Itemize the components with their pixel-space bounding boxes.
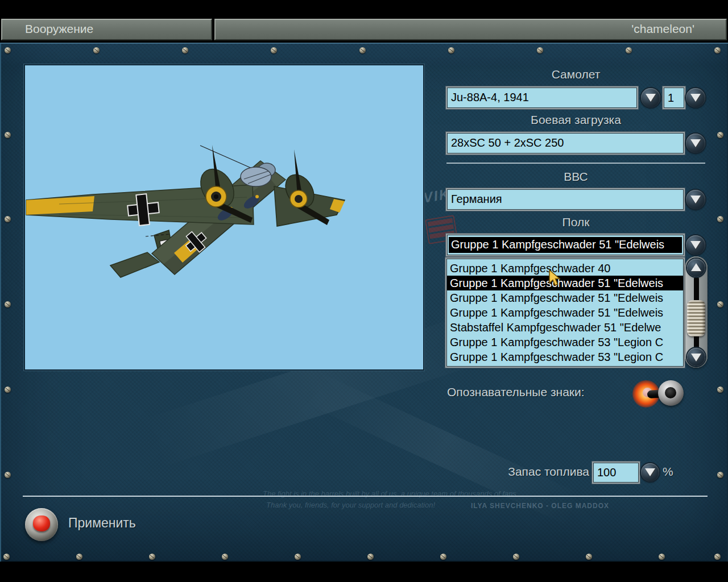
loadout-label: Боевая загрузка	[446, 113, 705, 127]
scroll-down-arrow-icon	[691, 354, 701, 361]
screw-icon	[5, 386, 11, 393]
markings-label: Опознавательные знаки:	[447, 385, 585, 399]
aircraft-image	[25, 65, 423, 369]
regiment-select[interactable]: Gruppe 1 Kampfgeschwader 51 "Edelweis	[447, 235, 684, 255]
screw-icon	[5, 472, 11, 478]
player-name: 'chameleon'	[631, 22, 694, 35]
screw-icon	[714, 554, 721, 560]
screw-icon	[222, 554, 228, 560]
markings-toggle-switch[interactable]	[658, 380, 684, 406]
section-divider	[446, 163, 705, 164]
dropdown-arrow-icon	[690, 139, 701, 147]
screw-icon	[717, 132, 723, 138]
screw-icon	[717, 301, 723, 307]
dropdown-arrow-icon	[690, 241, 701, 249]
screw-icon	[586, 554, 592, 560]
apply-label: Применить	[68, 516, 136, 531]
screw-icon	[5, 132, 11, 138]
screw-icon	[440, 554, 446, 560]
screw-icon	[448, 47, 454, 53]
airforce-dropdown-button[interactable]	[686, 190, 705, 209]
aircraft-dropdown-button[interactable]	[641, 88, 660, 107]
regiment-selected-value: Gruppe 1 Kampfgeschwader 51 "Edelweis	[449, 237, 682, 253]
dropdown-arrow-icon	[690, 196, 701, 203]
screw-icon	[659, 554, 665, 560]
screw-icon	[5, 216, 11, 222]
regiment-option[interactable]: Gruppe 1 Kampfgeschwader 53 "Legion C	[447, 335, 683, 350]
loadout-select[interactable]: 28xSC 50 + 2xSC 250	[447, 133, 684, 153]
scroll-down-button[interactable]	[687, 348, 705, 366]
aircraft-select[interactable]: Ju-88A-4, 1941	[447, 88, 637, 108]
player-name-bar: 'chameleon'	[214, 19, 727, 40]
dropdown-arrow-icon	[645, 468, 655, 476]
regiment-option[interactable]: Gruppe 1 Kampfgeschwader 53 "Legion C	[447, 350, 683, 364]
fuel-dropdown-button[interactable]	[641, 463, 659, 481]
screw-icon	[626, 47, 632, 53]
scroll-up-arrow-icon	[691, 263, 701, 271]
watermark-line2: Thank you, friends, for your support and…	[266, 501, 435, 509]
mouse-cursor-icon	[548, 269, 562, 288]
regiment-option[interactable]: Gruppe 1 Kampfgeschwader 51 "Edelweis	[447, 305, 683, 320]
aircraft-count-button[interactable]	[686, 88, 705, 107]
regiment-option[interactable]: Gruppe 1 Kampfgeschwader 51 "Edelweis	[447, 290, 683, 305]
fuel-unit-label: %	[663, 465, 673, 479]
aircraft-label: Самолет	[446, 68, 705, 81]
screw-icon	[717, 216, 723, 222]
screw-icon	[537, 47, 543, 53]
apply-button[interactable]	[25, 508, 58, 541]
screw-icon	[5, 47, 11, 53]
dropdown-arrow-icon	[690, 94, 701, 102]
regiment-option[interactable]: Stabstaffel Kampfgeschwader 51 "Edelwe	[447, 320, 683, 335]
screw-icon	[93, 47, 100, 53]
screw-icon	[717, 386, 723, 393]
screw-icon	[5, 301, 11, 307]
bottom-black-strip	[0, 562, 728, 582]
airforce-select[interactable]: Германия	[447, 189, 684, 210]
screw-icon	[717, 472, 723, 478]
screw-icon	[76, 554, 82, 560]
screw-icon	[271, 47, 277, 53]
fuel-input[interactable]	[593, 463, 639, 483]
tab-armament-label: Вооружение	[25, 22, 93, 35]
screw-icon	[714, 47, 721, 53]
watermark-line1: The fight is in the barrels built by all…	[263, 489, 516, 498]
aircraft-preview[interactable]	[24, 64, 424, 371]
tab-armament[interactable]: Вооружение	[1, 19, 212, 40]
regiment-option[interactable]: Gruppe 1 Kampfgeschwader 40	[447, 261, 683, 276]
airforce-label: ВВС	[446, 170, 705, 184]
screw-icon	[513, 554, 519, 560]
screw-icon	[3, 554, 10, 560]
top-black-strip	[0, 0, 728, 19]
screw-icon	[182, 47, 188, 53]
dropdown-arrow-icon	[646, 94, 656, 102]
screw-icon	[359, 47, 366, 53]
loadout-dropdown-button[interactable]	[686, 134, 705, 153]
scrollbar-thumb[interactable]	[687, 300, 705, 336]
regiment-dropdown-button[interactable]	[686, 235, 705, 255]
screw-icon	[367, 554, 374, 560]
scroll-up-button[interactable]	[687, 259, 705, 277]
regiment-label: Полк	[446, 215, 705, 229]
fuel-label: Запас топлива	[489, 465, 589, 479]
regiment-listbox: Gruppe 1 Kampfgeschwader 40 Gruppe 1 Kam…	[446, 259, 684, 367]
aircraft-count-field[interactable]	[664, 88, 684, 108]
regiment-option-selected[interactable]: Gruppe 1 Kampfgeschwader 51 "Edelweis	[447, 276, 683, 290]
screw-icon	[149, 554, 155, 560]
screw-icon	[295, 554, 301, 560]
watermark-credits: ILYA SHEVCHENKO - OLEG MADDOX	[471, 502, 609, 510]
